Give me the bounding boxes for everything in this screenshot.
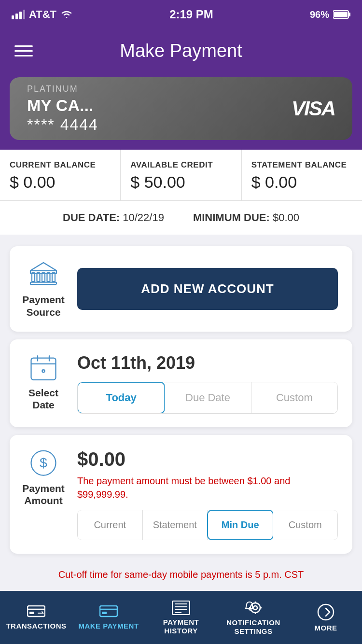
select-date-label: Select Date: [24, 387, 63, 411]
svg-rect-23: [28, 606, 45, 616]
tab-min-due[interactable]: Min Due: [207, 510, 274, 540]
notification-settings-icon: [244, 600, 263, 616]
payment-amount-display: $0.00: [77, 448, 338, 470]
bank-icon: [29, 260, 58, 289]
due-bar: DUE DATE: 10/22/19 MINIMUM DUE: $0.00: [0, 201, 362, 238]
nav-more[interactable]: MORE: [290, 591, 362, 644]
svg-rect-28: [102, 612, 107, 614]
card-name: MY CA...: [27, 96, 98, 115]
credit-card[interactable]: PLATINUM MY CA... **** 4444 VISA: [10, 77, 352, 140]
svg-rect-25: [29, 612, 34, 614]
select-date-icon-group: • Select Date: [24, 353, 63, 411]
available-credit-value: $ 50.00: [130, 173, 231, 192]
tab-today[interactable]: Today: [77, 382, 165, 414]
svg-line-43: [326, 612, 330, 616]
available-credit-label: AVAILABLE CREDIT: [130, 160, 231, 170]
cutoff-notice: Cut-off time for same-day mobile payment…: [0, 561, 362, 588]
payment-amount-icon-group: $ Payment Amount: [24, 448, 63, 506]
calendar-icon: •: [29, 353, 58, 382]
balance-row: CURRENT BALANCE $ 0.00 AVAILABLE CREDIT …: [0, 150, 362, 201]
svg-rect-7: [32, 273, 35, 281]
carrier-name: AT&T: [29, 8, 56, 21]
more-icon: [317, 603, 334, 621]
statement-balance-value: $ 0.00: [251, 173, 352, 192]
statement-balance-label: STATEMENT BALANCE: [251, 160, 352, 170]
select-date-section: • Select Date Oct 11th, 2019 Today Due D…: [10, 339, 352, 427]
tab-due-date[interactable]: Due Date: [165, 382, 251, 413]
svg-rect-12: [30, 282, 56, 285]
svg-rect-1: [15, 14, 18, 19]
nav-notification-settings-label: NOTIFICATION SETTINGS: [220, 618, 287, 636]
svg-rect-3: [23, 10, 25, 19]
status-time: 2:19 PM: [169, 8, 213, 21]
status-battery: 96%: [310, 9, 350, 20]
card-tier: PLATINUM: [27, 84, 98, 94]
page-title: Make Payment: [120, 41, 242, 61]
svg-rect-6: [334, 12, 348, 17]
minimum-due: MINIMUM DUE: $0.00: [193, 211, 299, 224]
dollar-icon: $: [29, 448, 58, 477]
nav-payment-history[interactable]: PAYMENT HISTORY: [145, 591, 217, 644]
amount-tab-group: Current Statement Min Due Custom: [77, 510, 338, 540]
tab-custom-date[interactable]: Custom: [251, 382, 337, 413]
nav-transactions-label: TRANSACTIONS: [6, 622, 66, 630]
tab-current-balance[interactable]: Current: [78, 510, 143, 540]
svg-rect-26: [100, 606, 117, 616]
tab-custom-amount[interactable]: Custom: [273, 510, 338, 540]
svg-point-35: [253, 606, 257, 610]
svg-rect-9: [42, 273, 45, 281]
svg-rect-11: [52, 273, 55, 281]
card-network: VISA: [292, 97, 335, 120]
payment-history-icon: [172, 601, 190, 615]
svg-rect-2: [19, 12, 22, 19]
svg-text:$: $: [40, 455, 47, 470]
nav-make-payment-label: MAKE PAYMENT: [78, 622, 139, 630]
menu-button[interactable]: [14, 45, 33, 56]
make-payment-icon: [99, 605, 118, 619]
svg-line-42: [326, 608, 330, 612]
nav-make-payment[interactable]: MAKE PAYMENT: [72, 591, 145, 644]
payment-source-section: Payment Source ADD NEW ACCOUNT: [10, 246, 352, 331]
svg-rect-8: [37, 273, 40, 281]
current-balance: CURRENT BALANCE $ 0.00: [0, 150, 121, 200]
current-balance-value: $ 0.00: [10, 173, 111, 192]
svg-marker-14: [30, 263, 56, 271]
svg-rect-10: [47, 273, 50, 281]
transactions-icon: [27, 605, 45, 619]
header: Make Payment: [0, 29, 362, 72]
svg-rect-5: [348, 13, 350, 16]
tab-statement[interactable]: Statement: [143, 510, 208, 540]
statement-balance: STATEMENT BALANCE $ 0.00: [242, 150, 362, 200]
payment-amount-section: $ Payment Amount $0.00 The payment amoun…: [10, 435, 352, 554]
status-bar: AT&T 2:19 PM 96%: [0, 0, 362, 29]
date-tab-group: Today Due Date Custom: [77, 382, 338, 414]
available-credit: AVAILABLE CREDIT $ 50.00: [121, 150, 241, 200]
status-carrier: AT&T: [12, 8, 73, 21]
svg-text:•: •: [42, 368, 44, 373]
bottom-navigation: TRANSACTIONS MAKE PAYMENT PAYMENT HISTOR…: [0, 591, 362, 644]
current-balance-label: CURRENT BALANCE: [10, 160, 111, 170]
nav-transactions[interactable]: TRANSACTIONS: [0, 591, 72, 644]
add-new-account-button[interactable]: ADD NEW ACCOUNT: [77, 268, 338, 310]
nav-more-label: MORE: [315, 624, 337, 632]
payment-amount-label: Payment Amount: [22, 482, 65, 506]
card-area: PLATINUM MY CA... **** 4444 VISA: [0, 72, 362, 150]
payment-amount-warning: The payment amount must be between $1.00…: [77, 474, 338, 501]
card-number: **** 4444: [27, 116, 98, 134]
svg-point-41: [318, 604, 334, 620]
selected-date-display: Oct 11th, 2019: [77, 353, 338, 373]
nav-payment-history-label: PAYMENT HISTORY: [147, 618, 215, 635]
payment-source-icon-group: Payment Source: [24, 260, 63, 318]
due-date: DUE DATE: 10/22/19: [63, 211, 164, 224]
svg-rect-0: [12, 15, 14, 19]
payment-source-label: Payment Source: [22, 294, 65, 318]
nav-notification-settings[interactable]: NOTIFICATION SETTINGS: [217, 591, 290, 644]
